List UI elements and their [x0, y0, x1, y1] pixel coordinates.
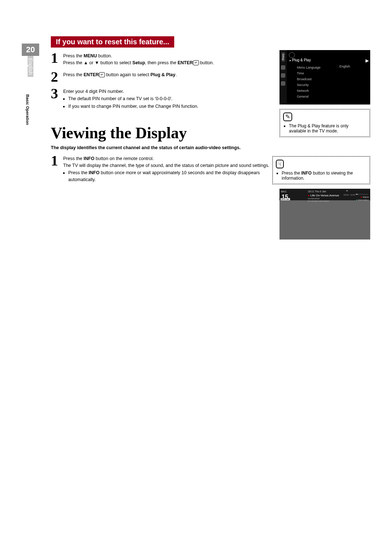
menu-label: MENU [83, 53, 97, 58]
progress-fill [356, 194, 358, 195]
record-icon: ● [308, 194, 310, 197]
text: Press the [282, 171, 301, 176]
text: button on the remote control. [94, 156, 154, 161]
osd-title: ▸ Plug & Play [290, 58, 311, 62]
step-body: Enter your 4 digit PIN number. The defau… [63, 87, 199, 111]
osd-menu-list: Menu Language Time Broadcast Security Ne… [297, 65, 320, 99]
provider-label: abc1 [281, 190, 286, 193]
plug-play-label: Plug & Play [150, 72, 175, 77]
osd-item: Menu Language [297, 65, 320, 70]
pencil-icon: ✎ [283, 112, 292, 121]
chevron-right-icon: ▸ [290, 59, 291, 62]
section-banner: If you want to reset this feature... [51, 36, 174, 48]
osd-icon [281, 65, 285, 70]
classification-label: Unclassified [308, 197, 319, 200]
watch-hint: ■ Watch [361, 196, 369, 198]
progress-bar [356, 194, 368, 195]
osd-sidebar: Setup [279, 50, 287, 105]
text: Press the [68, 170, 89, 175]
side-tab: 20 English [22, 44, 39, 77]
step-2: 2 Press the ENTER↵ button again to selec… [51, 71, 276, 83]
text: Press the [63, 53, 83, 58]
text: , then press the [145, 60, 178, 65]
text: Press the [63, 72, 83, 77]
viewing-step-1: 1 Press the INFO button on the remote co… [51, 155, 276, 184]
osd-icon [281, 73, 285, 78]
enter-icon: ↵ [193, 60, 199, 65]
osd-item: Security [297, 82, 320, 88]
enter-label: ENTER [177, 60, 193, 65]
osd-item: Network [297, 88, 320, 94]
text: button. [199, 60, 214, 65]
step-3: 3 Enter your 4 digit PIN number. The def… [51, 87, 276, 111]
text: Press the ▲ or ▼ button to select [63, 60, 132, 65]
info-label: INFO [89, 170, 99, 175]
step-body: Press the MENU button. Press the ▲ or ▼ … [63, 52, 214, 66]
gear-icon [289, 52, 295, 58]
text: The TV will display the channel, the typ… [63, 163, 269, 168]
program-title: ● Life On Venus Avenue [308, 194, 339, 197]
osd-setup-menu: Setup ▸ Plug & Play ▶ Menu Language Time… [279, 50, 370, 105]
osd-item: Time [297, 70, 320, 76]
osd-language-value: : English [338, 65, 350, 68]
note-box-info: ☟ Press the INFO button to viewing the i… [272, 156, 370, 184]
step-1: 1 Press the MENU button. Press the ▲ or … [51, 52, 276, 66]
step-body: Press the INFO button on the remote cont… [63, 155, 276, 184]
step-number: 3 [51, 87, 63, 100]
step-number: 1 [51, 155, 63, 167]
information-label: Information [357, 199, 369, 201]
time-range: 18:00 - 6:00 [343, 194, 355, 196]
text: button. [97, 53, 112, 58]
enter-icon: ↵ [99, 72, 105, 77]
section-label: Basic Operation [25, 94, 30, 125]
up-arrow-icon [346, 190, 348, 191]
list-item: If you want to change PIN number, use th… [68, 103, 199, 110]
arrow-right-icon: ▶ [366, 58, 369, 63]
info-label: INFO [83, 156, 94, 161]
info-label: INFO [301, 171, 312, 176]
detail-label: No Detaild Information [308, 200, 330, 202]
enter-label: ENTER [83, 72, 99, 77]
setup-label: Setup [132, 60, 145, 65]
text: Press the [63, 156, 83, 161]
page-number: 20 [22, 44, 39, 56]
step-number: 1 [51, 52, 63, 64]
step-body: Press the ENTER↵ button again to select … [63, 71, 177, 78]
step-number: 2 [51, 71, 63, 83]
heading: Viewing the Display [51, 124, 276, 142]
note-box: ✎ The Plug & Play feature is only availa… [279, 109, 370, 137]
information-hint: ● Information [356, 199, 369, 201]
osd-item: Broadcast [297, 76, 320, 82]
language-tab: English [28, 56, 33, 77]
text: Enter your 4 digit PIN number. [63, 89, 124, 94]
note-text: The Plug & Play feature is only availabl… [289, 123, 367, 134]
hand-icon: ☟ [276, 160, 284, 168]
note-text: Press the INFO button to viewing the inf… [282, 171, 367, 181]
info-display-figure: abc1 15 DTV Air 18:11 Thu 6 Jan ● Life O… [279, 189, 370, 240]
text: . [175, 72, 176, 77]
intro-text: The display identifies the current chann… [51, 145, 247, 150]
clock-label: 18:11 Thu 6 Jan [308, 190, 326, 193]
program-title-text: Life On Venus Avenue [310, 194, 339, 197]
text: button again to select [105, 72, 151, 77]
osd-icon [281, 81, 285, 86]
osd-setup-tab: Setup [282, 52, 285, 62]
dtv-badge: DTV Air [281, 198, 290, 200]
list-item: Press the INFO button once more or wait … [68, 169, 276, 183]
watch-label: Watch [362, 196, 369, 198]
osd-title-text: Plug & Play [292, 58, 311, 62]
list-item: The default PIN number of a new TV set i… [68, 95, 199, 102]
osd-item: General [297, 94, 320, 99]
